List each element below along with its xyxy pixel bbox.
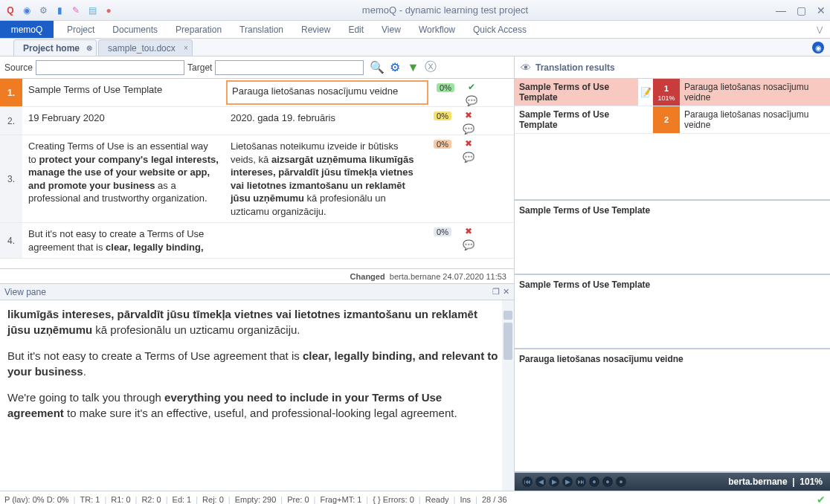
separator: | xyxy=(228,495,231,504)
gear-icon[interactable]: ⚙ xyxy=(37,4,49,16)
menu-edit[interactable]: Edit xyxy=(348,25,364,35)
status-field: Empty: 290 xyxy=(235,495,277,504)
source-preview-box: Sample Terms of Use Template xyxy=(515,201,830,275)
segments-grid[interactable]: 1.Sample Terms of Use TemplateParauga li… xyxy=(0,79,514,269)
close-icon[interactable]: × xyxy=(184,44,188,52)
search-icon[interactable]: 🔍 xyxy=(370,60,385,75)
comment-icon[interactable]: 💬 xyxy=(466,95,477,106)
nav-icon-6[interactable]: ● xyxy=(589,476,599,487)
view-pane-title: View pane xyxy=(4,287,46,297)
match-row[interactable]: Sample Terms of Use Template2Parauga lie… xyxy=(515,106,830,134)
changed-value: berta.bernane 24.07.2020 11:53 xyxy=(390,272,506,281)
nav-last-icon[interactable]: ⏭ xyxy=(576,476,586,487)
scrollbar[interactable] xyxy=(502,300,514,491)
status-field: Ins xyxy=(460,495,471,504)
source-label: Source xyxy=(4,62,33,73)
maximize-button[interactable]: ▢ xyxy=(797,4,806,16)
segment-number: 2. xyxy=(0,107,22,135)
user-name: berta.bernane xyxy=(728,476,787,487)
separator: | xyxy=(166,495,168,504)
nav-icon-7[interactable]: ● xyxy=(602,476,613,487)
menu-translation[interactable]: Translation xyxy=(239,25,283,35)
separator: | xyxy=(454,495,456,504)
nav-next-icon[interactable]: ▶ xyxy=(562,476,573,487)
tab-project-home[interactable]: Project home ⊗ xyxy=(13,39,97,56)
check-icon[interactable]: ✔ xyxy=(817,494,826,505)
menu-quick-access[interactable]: Quick Access xyxy=(473,25,527,35)
unconfirmed-icon[interactable]: ✖ xyxy=(465,110,472,120)
comment-icon[interactable]: 💬 xyxy=(463,239,474,251)
target-filter-input[interactable] xyxy=(215,60,364,75)
mic-icon[interactable]: ● xyxy=(103,4,115,16)
segment-status: ✖💬 xyxy=(458,223,479,258)
restore-icon[interactable]: ❐ xyxy=(492,287,500,297)
separator: | xyxy=(314,495,316,504)
preview-toggle-icon[interactable]: ◉ xyxy=(812,42,824,54)
nav-icon-8[interactable]: ● xyxy=(616,476,626,487)
segment-match-pct: 0% xyxy=(427,135,458,222)
match-source: Sample Terms of Use Template xyxy=(515,106,638,133)
match-badge: 1101% xyxy=(653,79,680,106)
close-icon[interactable]: ⊗ xyxy=(86,44,92,52)
book-icon[interactable]: ▮ xyxy=(54,4,65,16)
window-title: memoQ - dynamic learning test project xyxy=(115,4,776,16)
separator: | xyxy=(135,495,138,504)
files-icon[interactable]: ▤ xyxy=(86,4,98,16)
brand-tab[interactable]: memoQ xyxy=(0,21,54,38)
source-filter-input[interactable] xyxy=(36,60,184,75)
match-type-icon xyxy=(638,106,653,133)
menu-review[interactable]: Review xyxy=(301,25,330,35)
filter-add-icon[interactable]: ▼ xyxy=(405,60,420,75)
menu-documents[interactable]: Documents xyxy=(112,25,158,35)
eye-icon[interactable]: 👁 xyxy=(521,62,531,74)
view-pane-body[interactable]: likumīgās intereses, pārvaldīt jūsu tīme… xyxy=(0,300,514,491)
unconfirmed-icon[interactable]: ✖ xyxy=(465,226,472,236)
match-row[interactable]: Sample Terms of Use Template📝1101%Paraug… xyxy=(515,79,830,106)
confirmed-icon[interactable]: ✔ xyxy=(468,82,475,92)
tools-icon[interactable]: ✎ xyxy=(70,4,82,16)
segment-target[interactable] xyxy=(225,223,427,258)
scroll-up-icon[interactable] xyxy=(504,311,512,320)
match-source-box: Sample Terms of Use Template xyxy=(515,275,830,349)
nav-prev-icon[interactable]: ◀ xyxy=(535,476,546,487)
comment-icon[interactable]: 💬 xyxy=(463,123,474,135)
user-status-bar: ⏮ ◀ ▶ ▶ ⏭ ● ● ● berta.bernane | 101% xyxy=(515,473,830,491)
segment-target[interactable]: Parauga lietošanas nosacījumu veidne xyxy=(226,80,428,105)
menu-preparation[interactable]: Preparation xyxy=(176,25,222,35)
nav-first-icon[interactable]: ⏮ xyxy=(522,476,533,487)
close-button[interactable]: ✕ xyxy=(817,4,826,16)
menu-view[interactable]: View xyxy=(382,25,401,35)
nav-play-icon[interactable]: ▶ xyxy=(549,476,559,487)
minimize-button[interactable]: — xyxy=(776,4,786,16)
segment-row[interactable]: 3.Creating Terms of Use is an essential … xyxy=(0,135,514,223)
menu-workflow[interactable]: Workflow xyxy=(419,25,455,35)
q-icon[interactable]: Q xyxy=(4,4,16,16)
close-icon[interactable]: ✕ xyxy=(503,287,509,297)
segment-match-pct: 0% xyxy=(427,107,458,135)
segment-source[interactable]: Sample Terms of Use Template xyxy=(22,79,225,106)
match-target: Parauga lietošanas nosacījumu veidne xyxy=(680,79,830,106)
segment-target[interactable]: 2020. gada 19. februāris xyxy=(225,107,427,135)
segment-source[interactable]: But it's not easy to create a Terms of U… xyxy=(22,223,225,258)
tab-document[interactable]: sample_tou.docx × xyxy=(98,39,193,56)
unconfirmed-icon[interactable]: ✖ xyxy=(465,138,472,149)
settings-gear-icon[interactable]: ⚙ xyxy=(387,60,402,75)
ribbon-expand-icon[interactable]: ⋁ xyxy=(817,25,830,33)
scroll-thumb[interactable] xyxy=(504,323,512,360)
status-bar: P (lav): 0% D: 0%|TR: 1|R1: 0|R2: 0|Ed: … xyxy=(0,491,830,504)
clear-icon[interactable]: ⓧ xyxy=(423,60,438,75)
segment-match-pct: 0% xyxy=(427,223,458,258)
segment-source[interactable]: 19 February 2020 xyxy=(22,107,225,135)
globe-icon[interactable]: ◉ xyxy=(21,4,33,16)
segment-row[interactable]: 1.Sample Terms of Use TemplateParauga li… xyxy=(0,79,514,107)
separator: | xyxy=(196,495,198,504)
segment-status: ✖💬 xyxy=(458,135,479,222)
segment-target[interactable]: Lietošanas noteikumu izveide ir būtisks … xyxy=(225,135,427,222)
matches-list[interactable]: Sample Terms of Use Template📝1101%Paraug… xyxy=(515,79,830,201)
segment-row[interactable]: 2.19 February 20202020. gada 19. februār… xyxy=(0,107,514,135)
segment-source[interactable]: Creating Terms of Use is an essential wa… xyxy=(22,135,225,222)
comment-icon[interactable]: 💬 xyxy=(463,152,474,163)
menu-project[interactable]: Project xyxy=(67,25,94,35)
segment-number: 4. xyxy=(0,223,22,258)
segment-row[interactable]: 4.But it's not easy to create a Terms of… xyxy=(0,223,514,259)
